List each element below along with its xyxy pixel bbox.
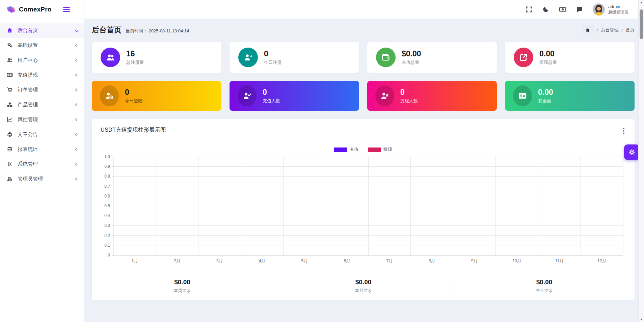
summary-month: $0.00 本月结余 — [273, 278, 454, 294]
sidebar-item-products[interactable]: 产品管理 — [0, 97, 84, 112]
external-link-icon — [514, 48, 533, 67]
breadcrumb-item-admin[interactable]: 后台管理 — [601, 27, 618, 33]
chevron-left-icon — [75, 88, 79, 91]
user-check-icon — [238, 85, 257, 106]
chart-y-axis: 1.00.90.80.70.60.50.40.30.20.10 — [97, 157, 113, 255]
sidebar-item-label: 充值提现 — [18, 72, 38, 78]
sidebar-item-risk-control[interactable]: 风控管理 — [0, 112, 84, 127]
summary-value: $0.00 — [454, 278, 635, 286]
chevron-left-icon — [75, 133, 79, 136]
chevron-left-icon — [75, 118, 79, 121]
sidebar-nav: 后台首页 基础设置 用户中心 充值提现 订单管理 — [0, 19, 84, 186]
scroll-down-arrow[interactable]: ▼ — [639, 318, 644, 321]
stat-card-bonus-amount: $ 0.00 彩金额 — [505, 81, 635, 111]
current-time: 当前时间： 2025-08-11 13:04:14 — [126, 28, 189, 34]
stat-label: 彩金额 — [538, 98, 553, 104]
chevron-left-icon — [75, 58, 79, 62]
page-content: 后台首页 当前时间： 2025-08-11 13:04:14 / 后台管理 / … — [84, 19, 644, 322]
messages-icon[interactable] — [576, 6, 583, 13]
sidebar-item-label: 基础设置 — [18, 42, 38, 49]
cubes-icon — [7, 102, 13, 108]
sidebar-toggle-button[interactable] — [62, 4, 71, 14]
stat-card-total-registered: 16 总注册量 — [92, 42, 221, 73]
chevron-left-icon — [75, 44, 79, 47]
chevron-left-icon — [75, 147, 79, 151]
sidebar-item-articles[interactable]: 文章公告 — [0, 127, 84, 142]
stat-card-recharge-users: 0 充值人数 — [230, 81, 359, 111]
money-bill-icon — [7, 72, 13, 78]
sidebar-item-label: 管理员管理 — [18, 176, 43, 182]
summary-label: 本月结余 — [273, 288, 454, 294]
stat-value: $0.00 — [402, 49, 421, 58]
wallet-icon — [376, 48, 396, 67]
sidebar-item-orders[interactable]: 订单管理 — [0, 82, 84, 97]
sidebar-item-label: 系统管理 — [18, 161, 38, 167]
home-icon — [7, 27, 13, 33]
page-title: 后台首页 — [92, 25, 122, 35]
users-gear-icon — [7, 176, 13, 182]
sidebar-item-label: 产品管理 — [18, 102, 38, 108]
scrollbar-thumb[interactable] — [640, 9, 643, 39]
chart-plot — [113, 157, 623, 255]
chevron-left-icon — [75, 103, 79, 106]
stat-label: 充值人数 — [263, 98, 280, 104]
sidebar-item-label: 后台首页 — [18, 27, 38, 34]
sidebar-item-label: 文章公告 — [18, 131, 38, 138]
fullscreen-icon[interactable] — [525, 6, 533, 13]
breadcrumb: / 后台管理 / 首页 — [582, 25, 635, 35]
cart-icon — [7, 87, 13, 93]
page-head: 后台首页 当前时间： 2025-08-11 13:04:14 / 后台管理 / … — [92, 25, 635, 35]
stat-label: 今日注册 — [264, 59, 281, 65]
stat-card-total-recharge: $0.00 充值总量 — [367, 42, 497, 73]
stats-row-2: 0 今日登陆 0 充值人数 0 提现人数 — [92, 81, 635, 111]
stat-value: 16 — [126, 49, 144, 58]
avatar — [593, 3, 605, 16]
sidebar-item-recharge-withdraw[interactable]: 充值提现 — [0, 68, 84, 82]
sidebar: ComexPro 后台首页 基础设置 用户中心 充值提现 — [0, 0, 84, 322]
stat-card-today-login: 0 今日登陆 — [92, 81, 221, 111]
brand-name[interactable]: ComexPro — [19, 6, 62, 13]
stat-label: 提现总量 — [539, 59, 557, 65]
sidebar-item-label: 风控管理 — [18, 116, 38, 123]
scroll-up-arrow[interactable]: ▲ — [639, 1, 644, 4]
sidebar-item-admins[interactable]: 管理员管理 — [0, 171, 84, 186]
user-plus-icon — [238, 48, 258, 67]
money-check-icon: $ — [513, 85, 532, 106]
sidebar-header: ComexPro — [0, 0, 84, 19]
sidebar-item-reports[interactable]: 报表统计 — [0, 142, 84, 157]
legend-item[interactable]: 提现 — [368, 146, 392, 153]
stat-value: 0.00 — [539, 49, 557, 58]
user-profile[interactable]: admin 超级管理员 — [593, 3, 628, 16]
summary-value: $0.00 — [273, 278, 454, 286]
layers-icon — [7, 131, 13, 137]
sidebar-item-dashboard[interactable]: 后台首页 — [0, 23, 84, 38]
sidebar-item-system[interactable]: 系统管理 — [0, 157, 84, 171]
legend-swatch — [368, 147, 381, 152]
chart-card: USDT充值提现柱形展示图 充值提现 1.00.90.80.70.60.50.4… — [92, 119, 635, 300]
user-name: admin — [608, 4, 628, 10]
breadcrumb-item-home[interactable]: 首页 — [626, 27, 635, 33]
stat-value: 0 — [263, 88, 280, 97]
summary-label: 全年结余 — [454, 288, 635, 294]
brand-logo-icon — [6, 4, 16, 15]
finance-money-icon[interactable] — [559, 6, 566, 13]
app-root: ComexPro 后台首页 基础设置 用户中心 充值提现 — [0, 0, 644, 322]
user-clock-icon — [100, 85, 119, 106]
stat-label: 今日登陆 — [125, 98, 142, 104]
sidebar-item-basic-settings[interactable]: 基础设置 — [0, 38, 84, 53]
stat-label: 总注册量 — [126, 59, 144, 65]
topbar: admin 超级管理员 — [84, 0, 644, 19]
chart-line-icon — [7, 116, 13, 123]
stats-row-1: 16 总注册量 0 今日注册 $0.00 充值总量 — [92, 42, 635, 73]
breadcrumb-home-icon[interactable] — [582, 25, 594, 35]
sidebar-item-label: 报表统计 — [18, 146, 38, 153]
chart-legend: 充值提现 — [92, 146, 635, 153]
sidebar-item-user-center[interactable]: 用户中心 — [0, 53, 84, 68]
summary-row: $0.00 本周结余 $0.00 本月结余 $0.00 全年结余 — [92, 273, 635, 300]
kebab-menu-icon[interactable] — [621, 126, 626, 136]
scrollbar: ▲ ▼ — [638, 0, 644, 322]
dark-mode-moon-icon[interactable] — [542, 6, 549, 13]
theme-settings-gear-icon[interactable] — [624, 144, 640, 160]
summary-year: $0.00 全年结余 — [454, 278, 635, 294]
legend-item[interactable]: 充值 — [334, 146, 358, 153]
